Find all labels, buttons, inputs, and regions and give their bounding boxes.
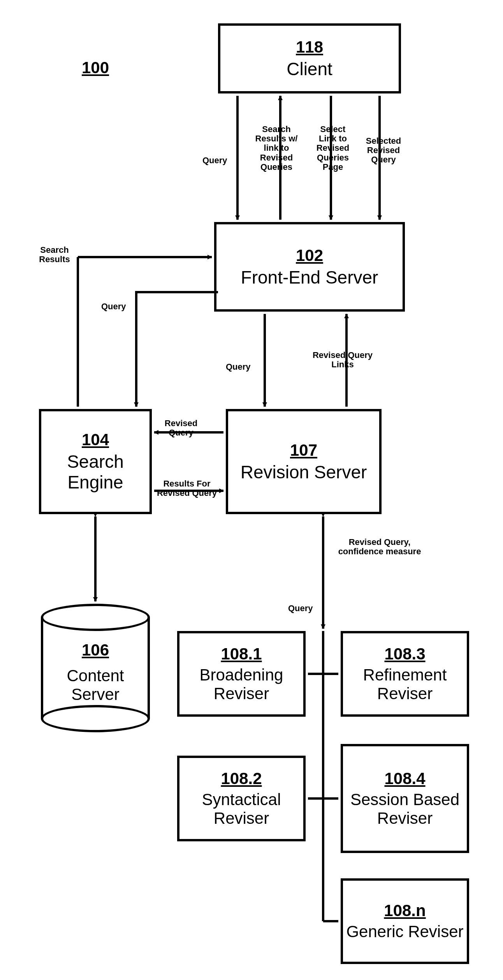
client-name: Client (287, 59, 332, 79)
syntactical-reviser-box: 108.2 Syntactical Reviser (177, 756, 306, 841)
search-engine-name: Search Engine (41, 451, 149, 493)
label-results-for-revised: Results For Revised Query (156, 479, 218, 498)
reviser-4-num: 108.n (384, 901, 426, 920)
revision-server-name: Revision Server (241, 462, 367, 483)
label-select-link: Select Link to Revised Queries Page (311, 125, 354, 172)
diagram-number: 100 (82, 58, 109, 77)
label-revised-query-conf: Revised Query, confidence measure (331, 538, 428, 556)
client-num: 118 (296, 38, 323, 56)
reviser-1-num: 108.3 (384, 645, 425, 663)
revision-server-num: 107 (290, 441, 317, 460)
label-search-results: Search Results (35, 245, 74, 264)
front-end-box: 102 Front-End Server (214, 222, 405, 312)
reviser-2-name: Syntactical Reviser (179, 790, 303, 828)
reviser-3-num: 108.4 (384, 769, 425, 788)
label-search-results-link: Search Results w/ link to Revised Querie… (253, 125, 300, 172)
search-engine-box: 104 Search Engine (39, 409, 152, 514)
label-query-3: Query (226, 362, 251, 372)
label-query-4: Query (288, 604, 313, 613)
reviser-1-name: Refinement Reviser (343, 666, 467, 703)
reviser-0-name: Broadening Reviser (179, 666, 303, 703)
label-selected-revised: Selected Revised Query (362, 136, 405, 165)
reviser-4-name: Generic Reviser (346, 922, 463, 941)
front-end-num: 102 (296, 246, 323, 265)
search-engine-num: 104 (82, 430, 109, 449)
generic-reviser-box: 108.n Generic Reviser (341, 878, 469, 964)
reviser-3-name: Session Based Reviser (343, 790, 467, 828)
label-revised-query: Revised Query (160, 419, 202, 437)
label-query-2: Query (101, 302, 126, 311)
front-end-name: Front-End Server (241, 267, 378, 288)
content-server-num: 106 (41, 641, 150, 659)
label-query-1: Query (202, 156, 227, 165)
broadening-reviser-box: 108.1 Broadening Reviser (177, 631, 306, 717)
client-box: 118 Client (218, 23, 401, 93)
label-revised-query-links: Revised Query Links (308, 351, 378, 369)
refinement-reviser-box: 108.3 Refinement Reviser (341, 631, 469, 717)
content-server-cylinder: 106 Content Server (41, 604, 150, 732)
reviser-2-num: 108.2 (221, 769, 262, 788)
content-server-name: Content Server (41, 666, 150, 704)
session-reviser-box: 108.4 Session Based Reviser (341, 744, 469, 853)
revision-server-box: 107 Revision Server (226, 409, 382, 514)
reviser-0-num: 108.1 (221, 645, 262, 663)
